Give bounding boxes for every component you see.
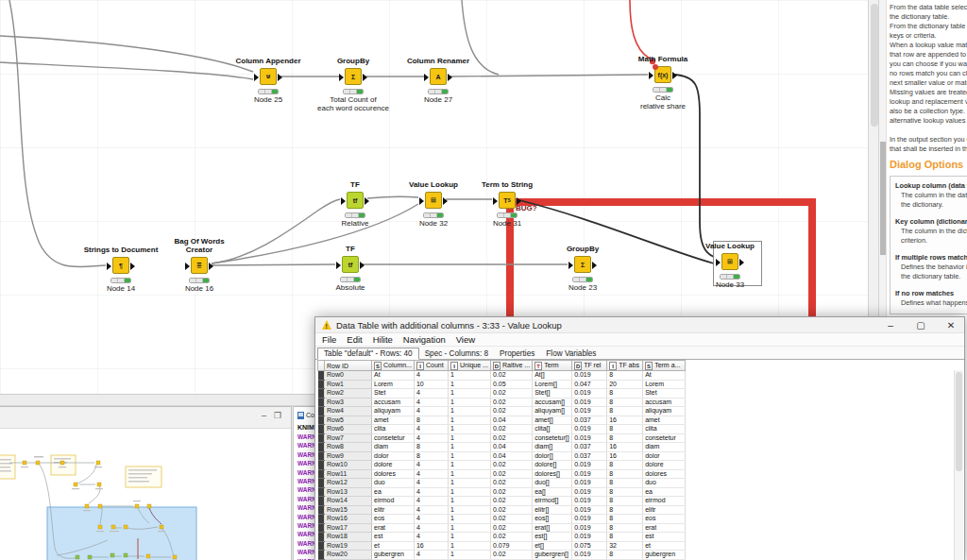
- node-tf-absolute[interactable]: TF tf Absolute: [342, 256, 359, 273]
- table-row[interactable]: Row13 ea 4 1 0.02 ea[] 0.019 8 ea: [318, 487, 686, 497]
- row-selector-cell[interactable]: [318, 551, 325, 560]
- row-selector-cell[interactable]: [318, 461, 325, 470]
- column-header[interactable]: DRaltive ...: [490, 361, 532, 371]
- menu-item[interactable]: File: [322, 334, 336, 345]
- table-row[interactable]: Row10 dolore 4 1 0.02 dolore[] 0.019 8 d…: [318, 461, 686, 470]
- table-row[interactable]: Row7 consetetur 4 1 0.02 consetetur[] 0.…: [318, 433, 686, 443]
- table-row[interactable]: Row2 Stet 4 1 0.02 Stet[] 0.019 8 Stet: [318, 389, 686, 399]
- table-row[interactable]: Row16 eos 4 1 0.02 eos[] 0.019 8 eos: [318, 515, 686, 524]
- column-header[interactable]: Row ID: [325, 361, 372, 371]
- node-bag-of-words[interactable]: Bag Of WordsCreator ≣ Node 16: [191, 257, 208, 274]
- row-selector-cell[interactable]: [318, 479, 325, 488]
- status-traffic-light: [497, 212, 517, 218]
- row-selector-cell[interactable]: [318, 425, 325, 434]
- row-selector-cell[interactable]: [318, 469, 325, 479]
- column-header[interactable]: DTF rel: [572, 361, 607, 371]
- table-row[interactable]: Row5 amet 8 1 0.04 amet[] 0.037 16 amet: [318, 416, 686, 425]
- node-term-to-string[interactable]: Term to String TS Node 31: [499, 192, 516, 209]
- column-header[interactable]: STerm a...: [643, 361, 686, 371]
- table-row[interactable]: Row1 Lorem 10 1 0.05 Lorem[] 0.047 20 Lo…: [318, 380, 686, 389]
- row-selector-cell[interactable]: [318, 407, 325, 416]
- column-header[interactable]: IUnique ...: [448, 361, 490, 371]
- node-column-renamer[interactable]: Column Renamer A Node 27: [430, 68, 447, 85]
- table-row[interactable]: Row15 elitr 4 1 0.02 elitr[] 0.019 8 eli…: [318, 505, 686, 515]
- table-row[interactable]: Row9 dolor 8 1 0.04 dolor[] 0.037 16 dol…: [318, 451, 686, 461]
- menu-item[interactable]: View: [456, 334, 475, 345]
- overview-window-header[interactable]: – ❐: [0, 407, 291, 428]
- warn-log-line: WARN: [297, 521, 314, 530]
- tab-table-default[interactable]: Table "default" - Rows: 40: [317, 348, 419, 360]
- node-groupby-total[interactable]: GroupBy Σ Total Count ofeach word occure…: [345, 68, 362, 85]
- row-selector-cell[interactable]: [318, 433, 325, 443]
- bug-annotation-label: BUG?: [516, 204, 537, 212]
- overview-canvas[interactable]: [0, 428, 291, 560]
- row-selector-cell[interactable]: [318, 416, 325, 425]
- column-header[interactable]: ITF abs: [607, 361, 643, 371]
- close-button[interactable]: ✕: [938, 318, 964, 332]
- table-row[interactable]: Row17 erat 4 1 0.02 erat[] 0.019 8 erat: [318, 523, 686, 533]
- status-traffic-light: [340, 277, 361, 282]
- table-row[interactable]: Row14 eirmod 4 1 0.02 eirmod[] 0.019 8 e…: [318, 497, 686, 506]
- value-lookup-icon: ⊞: [425, 192, 442, 209]
- node-tf-relative[interactable]: TF tf Relative: [347, 192, 364, 209]
- row-selector-cell[interactable]: [318, 541, 325, 551]
- warn-log-line: WARN: [297, 495, 314, 503]
- table-row[interactable]: Row4 aliquyam 4 1 0.02 aliquyam[] 0.019 …: [318, 407, 686, 416]
- restore-icon[interactable]: ❐: [274, 411, 281, 420]
- maximize-button[interactable]: ▢: [908, 318, 934, 332]
- status-traffic-light: [189, 278, 210, 283]
- bag-of-words-icon: ≣: [191, 257, 208, 274]
- minimize-button[interactable]: –: [877, 318, 904, 332]
- table-row[interactable]: Row3 accusam 4 1 0.02 accusam[] 0.019 8 …: [318, 398, 686, 407]
- column-header[interactable]: ICount: [414, 361, 448, 371]
- row-selector-cell[interactable]: [318, 497, 325, 506]
- row-selector-cell[interactable]: [318, 533, 325, 542]
- row-selector-cell[interactable]: [318, 451, 325, 461]
- row-selector-cell[interactable]: [318, 523, 325, 533]
- table-vertical-scrollbar[interactable]: [954, 370, 963, 560]
- row-selector-cell[interactable]: [318, 515, 325, 524]
- menu-item[interactable]: Hilite: [373, 334, 393, 345]
- tab-properties[interactable]: Properties: [494, 348, 540, 359]
- blue-annotation-region: [47, 507, 196, 560]
- table-row[interactable]: Row18 est 4 1 0.02 est[] 0.019 8 est: [318, 533, 686, 542]
- row-selector-cell[interactable]: [318, 398, 325, 407]
- table-row[interactable]: Row8 diam 8 1 0.04 diam[] 0.037 16 diam: [318, 443, 686, 452]
- console-log-lines: WARNWARNWARNWARNWARNWARNWARNWARNWARNWARN…: [297, 433, 314, 560]
- menu-item[interactable]: Navigation: [403, 334, 446, 345]
- row-selector-cell[interactable]: [318, 371, 325, 381]
- node-column-appender[interactable]: Column Appender ⊎ Node 25: [260, 68, 277, 85]
- node-value-lookup-32[interactable]: Value Lookup ⊞ Node 32: [425, 192, 442, 209]
- menu-item[interactable]: Edit: [347, 334, 362, 345]
- workflow-overview-window[interactable]: – ❐: [0, 406, 292, 560]
- row-selector-cell[interactable]: [318, 505, 325, 515]
- node-value-lookup-33[interactable]: Value Lookup ⊞ Node 33: [721, 253, 738, 270]
- node-strings-to-document[interactable]: Strings to Document ¶ Node 14: [112, 257, 129, 274]
- table-row[interactable]: Row12 duo 4 1 0.02 duo[] 0.019 8 duo: [318, 479, 686, 488]
- row-selector-cell[interactable]: [318, 487, 325, 497]
- node-math-formula[interactable]: Math Formula f(x) Calcrelative share: [654, 66, 671, 83]
- warn-log-line: WARN: [297, 433, 314, 441]
- console-knime-label: KNIM: [297, 424, 314, 431]
- warn-log-line: WARN: [297, 513, 314, 521]
- table-row[interactable]: Row19 et 16 1 0.079 et[] 0.075 32 et: [318, 541, 686, 551]
- tab-spec-columns[interactable]: Spec - Columns: 8: [419, 348, 494, 359]
- row-selector-cell[interactable]: [318, 389, 325, 399]
- console-tab[interactable]: Co: [297, 409, 314, 421]
- column-appender-icon: ⊎: [260, 68, 277, 85]
- window-titlebar[interactable]: ! Data Table with additional columns - 3…: [315, 317, 964, 333]
- column-header[interactable]: TTerm: [533, 361, 572, 371]
- description-text: From the data table select tthe dictiona…: [890, 3, 967, 154]
- console-panel[interactable]: Co KNIM WARNWARNWARNWARNWARNWARNWARNWARN…: [293, 406, 314, 560]
- column-header[interactable]: SColumn...: [372, 361, 415, 371]
- table-row[interactable]: Row6 clita 4 1 0.02 clita[] 0.019 8 clit…: [318, 425, 686, 434]
- table-row[interactable]: Row11 dolores 4 1 0.02 dolores[] 0.019 8…: [318, 469, 686, 479]
- warn-log-line: WARN: [297, 530, 314, 538]
- table-row[interactable]: Row0 At 4 1 0.02 At[] 0.019 8 At: [318, 371, 686, 381]
- table-row[interactable]: Row20 gubergren 4 1 0.02 gubergren[] 0.0…: [318, 551, 686, 560]
- row-selector-cell[interactable]: [318, 443, 325, 452]
- tab-flow-variables[interactable]: Flow Variables: [540, 348, 602, 359]
- row-selector-cell[interactable]: [318, 380, 325, 389]
- minimize-icon[interactable]: –: [262, 411, 266, 420]
- node-groupby-23[interactable]: GroupBy Σ Node 23: [574, 256, 591, 273]
